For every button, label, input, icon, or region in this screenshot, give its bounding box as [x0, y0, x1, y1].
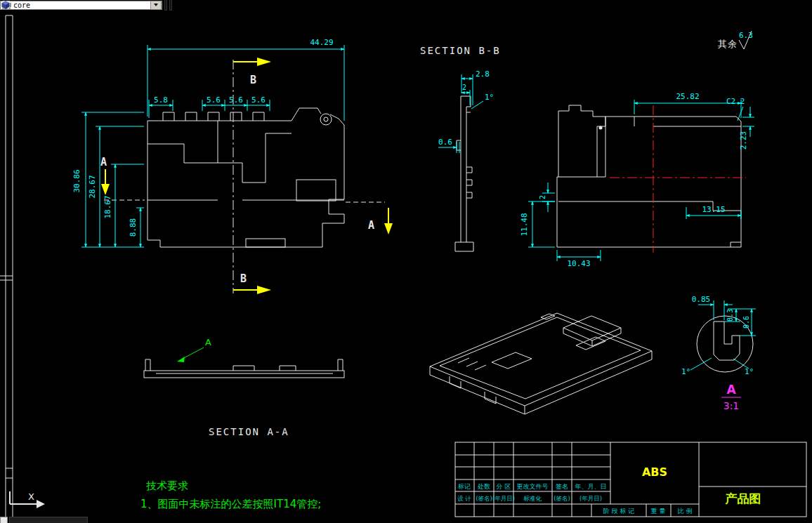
detail-a-callout: A [177, 337, 211, 362]
tech-requirements-item: 1、图面中未标注的公差按照IT14管控; [140, 498, 321, 510]
ucs-x-label: X [28, 491, 34, 502]
svg-text:比 例: 比 例 [678, 508, 693, 515]
section-bb-profile [455, 96, 473, 251]
svg-text:11.48: 11.48 [520, 213, 529, 236]
status-strip[interactable] [9, 517, 88, 523]
boss-hole [324, 117, 328, 121]
svg-text:0.3: 0.3 [726, 309, 734, 322]
cube-icon [0, 0, 11, 9]
detail-callout-label: A [205, 337, 211, 347]
dim-detail-h1: 0.3 [724, 309, 756, 322]
detail-letter: A [726, 383, 736, 397]
marker-a-label: A [100, 156, 107, 168]
detail-scale: 3:1 [723, 400, 740, 411]
plan-view: B B A A 44.29 [72, 38, 393, 294]
dim-bb-thickness: 0.6 [438, 138, 459, 153]
ucs-icon: X [10, 491, 45, 508]
layer-name: core [13, 1, 150, 9]
svg-text:30.86: 30.86 [72, 169, 81, 192]
dim-side-width-top: 25.82 [634, 92, 741, 118]
side-internal-features [558, 117, 741, 247]
svg-text:标记: 标记 [457, 483, 471, 490]
svg-text:重 量: 重 量 [651, 508, 666, 515]
svg-text:10.43: 10.43 [567, 259, 590, 268]
view-cube-button[interactable] [169, 0, 172, 11]
surface-roughness: 其余 6.3 [718, 31, 753, 49]
side-body-outline [557, 117, 741, 247]
detail-a-view: 0.85 0.3 0.6 1° 1° A [681, 295, 756, 411]
section-arrow-icon [384, 223, 393, 234]
svg-text:阶 段 标 记: 阶 段 标 记 [603, 508, 635, 515]
dim-side-chamfer: C2.2 [726, 97, 745, 121]
svg-text:13.15: 13.15 [702, 205, 725, 214]
svg-text:2: 2 [462, 84, 466, 91]
roughness-value: 6.3 [739, 31, 753, 40]
section-bb-title: SECTION B-B [420, 45, 501, 56]
x-axis-arrow-icon [37, 500, 45, 508]
svg-text:1°: 1° [745, 367, 754, 376]
svg-text:处数: 处数 [477, 483, 490, 490]
title-block: 标记 处数 分 区 更改文件号 签名 年、月、日 设 计 (签名) (年月日) … [455, 442, 806, 517]
svg-text:5.6: 5.6 [229, 95, 243, 105]
svg-text:8.88: 8.88 [129, 218, 138, 237]
svg-text:(签名): (签名) [476, 495, 492, 502]
tech-requirements: 技术要求 1、图面中未标注的公差按照IT14管控; [140, 479, 321, 510]
section-aa-view: A [144, 337, 344, 378]
dim-detail-angle1: 1° [681, 358, 712, 376]
section-aa-title: SECTION A-A [209, 426, 289, 437]
isometric-view [430, 313, 652, 414]
drawing-canvas[interactable]: B B A A 44.29 [0, 0, 812, 523]
section-arrow-icon [101, 184, 110, 195]
svg-text:2: 2 [539, 195, 546, 199]
side-view: 25.82 C2.2 2.23 13.15 [520, 92, 754, 268]
part-outline [148, 108, 344, 247]
marker-a-label: A [368, 219, 374, 232]
sheet-frame [0, 15, 13, 517]
dim-detail-angle2: 1° [733, 359, 754, 376]
svg-text:1°: 1° [485, 93, 494, 102]
section-marker-a-right: A [368, 208, 393, 234]
section-arrow-icon [257, 58, 271, 66]
svg-text:C2.2: C2.2 [726, 97, 745, 106]
svg-text:0.85: 0.85 [692, 295, 711, 304]
top-tabs [163, 112, 264, 121]
svg-text:(签名): (签名) [554, 495, 570, 502]
status-chip[interactable] [0, 517, 8, 523]
print-button[interactable] [164, 0, 167, 11]
pin-hole [599, 126, 603, 130]
status-bar [0, 517, 88, 523]
chevron-down-icon[interactable] [150, 1, 162, 10]
section-arrow-icon [257, 286, 271, 294]
svg-text:5.8: 5.8 [154, 95, 168, 105]
svg-text:2.23: 2.23 [739, 131, 748, 150]
dim-bb-top-width2: 2 [461, 84, 470, 105]
roughness-prefix: 其余 [718, 39, 738, 49]
title-block-stage-row: 阶 段 标 记 重 量 比 例 [603, 508, 693, 515]
marker-b-label: B [250, 74, 256, 86]
layer-dropdown[interactable]: core [0, 1, 162, 10]
title-block-grid [455, 442, 806, 517]
dim-side-height-left: 11.48 [520, 201, 555, 247]
pocket [296, 180, 336, 201]
section-bb-view: 2.8 2 1° 0.6 [438, 69, 494, 251]
top-toolbar: core [0, 0, 172, 10]
marker-b-label: B [240, 272, 247, 285]
detail-hook-profile [714, 322, 740, 360]
title-block-sign-row: 设 计 (签名) (年月日) 标准化 (签名) (年月日) [457, 495, 602, 502]
svg-text:5.6: 5.6 [251, 95, 266, 105]
svg-text:设 计: 设 计 [457, 495, 471, 502]
side-tab-outline [558, 105, 605, 177]
dim-bb-angle: 1° [471, 93, 494, 109]
dim-side-width-bottom: 10.43 [557, 250, 601, 268]
svg-text:0.6: 0.6 [438, 138, 452, 147]
svg-text:(年月日): (年月日) [579, 495, 602, 502]
svg-text:(年月日): (年月日) [492, 495, 515, 502]
svg-text:25.82: 25.82 [676, 92, 699, 101]
cad-window: core [0, 0, 812, 523]
svg-text:签名: 签名 [556, 483, 568, 490]
svg-text:年、月、日: 年、月、日 [575, 483, 607, 490]
internal-features [148, 121, 344, 200]
boss-circle [320, 114, 332, 125]
svg-text:2.8: 2.8 [476, 69, 490, 79]
svg-text:28.67: 28.67 [88, 175, 97, 198]
